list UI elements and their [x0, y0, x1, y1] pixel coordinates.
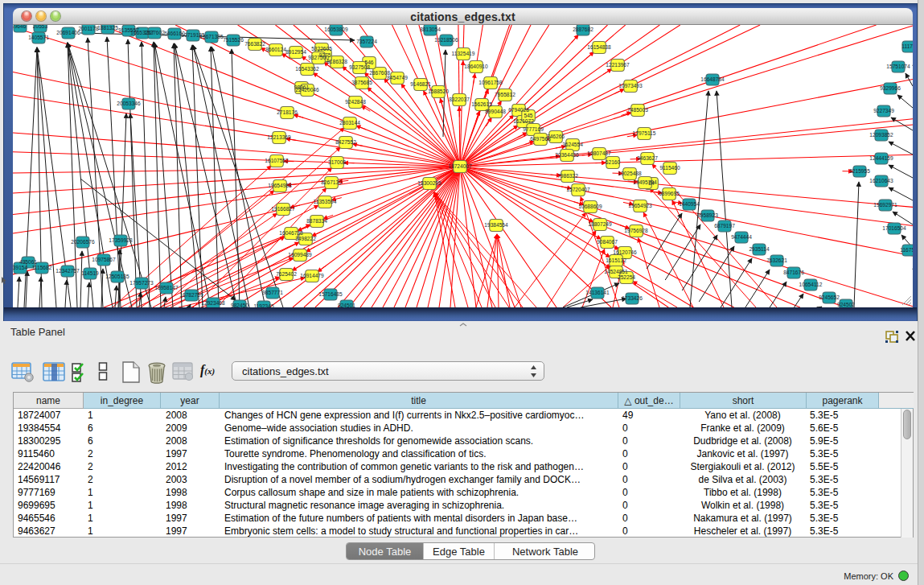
svg-text:20364436: 20364436	[555, 152, 579, 158]
svg-text:12213369: 12213369	[267, 134, 291, 140]
svg-text:1621072: 1621072	[513, 118, 534, 124]
svg-text:6899695: 6899695	[659, 191, 680, 196]
svg-text:16782759: 16782759	[179, 292, 203, 298]
svg-text:8186328: 8186328	[326, 59, 347, 64]
svg-text:16053809: 16053809	[324, 27, 348, 32]
svg-text:9115460: 9115460	[659, 165, 680, 171]
svg-text:1405571: 1405571	[28, 35, 49, 40]
svg-text:22420046: 22420046	[295, 87, 319, 93]
svg-text:9474444: 9474444	[731, 234, 752, 240]
svg-text:9327508: 9327508	[349, 64, 370, 70]
svg-text:12093852: 12093852	[869, 132, 893, 138]
svg-text:1192345: 1192345	[253, 303, 274, 307]
svg-text:10807487: 10807487	[587, 150, 611, 156]
svg-text:19166827: 19166827	[271, 206, 295, 212]
svg-text:20053346: 20053346	[117, 101, 141, 106]
svg-text:2718176: 2718176	[277, 109, 298, 115]
svg-text:19495794: 19495794	[633, 179, 657, 185]
svg-text:8427552: 8427552	[335, 139, 356, 145]
svg-text:19692971: 19692971	[873, 202, 897, 208]
svg-text:17016504: 17016504	[882, 225, 906, 231]
svg-text:9646: 9646	[14, 25, 27, 29]
svg-text:8471676: 8471676	[783, 270, 804, 275]
svg-text:8912954: 8912954	[285, 49, 306, 55]
svg-text:116753: 116753	[900, 247, 913, 253]
svg-text:1562615: 1562615	[471, 101, 492, 107]
svg-text:12923468: 12923468	[201, 300, 225, 306]
svg-text:3875685: 3875685	[351, 80, 372, 85]
svg-text:545: 545	[524, 113, 532, 118]
svg-text:20691406: 20691406	[56, 30, 80, 35]
svg-text:8660124: 8660124	[265, 47, 286, 52]
svg-text:8990448: 8990448	[485, 109, 506, 114]
svg-text:18807249: 18807249	[588, 221, 612, 227]
svg-text:16543362: 16543362	[295, 66, 319, 72]
svg-text:7663822: 7663822	[244, 41, 265, 47]
svg-text:252254: 252254	[618, 274, 635, 280]
svg-text:8267130: 8267130	[321, 179, 342, 185]
svg-text:7485003: 7485003	[627, 107, 648, 113]
svg-text:3624554: 3624554	[562, 142, 583, 147]
svg-text:20206576: 20206576	[71, 239, 95, 245]
svg-text:8958923: 8958923	[697, 212, 718, 218]
svg-text:18300295: 18300295	[417, 180, 441, 186]
svg-text:39154: 39154	[13, 265, 27, 270]
svg-text:1115682: 1115682	[32, 265, 52, 270]
svg-text:11325419: 11325419	[452, 51, 475, 56]
svg-text:2001178: 2001178	[78, 26, 99, 31]
svg-text:18640910: 18640910	[464, 64, 488, 69]
svg-text:16154838: 16154838	[587, 44, 611, 50]
svg-text:16099489: 16099489	[288, 252, 312, 257]
svg-text:10961758: 10961758	[478, 80, 503, 85]
svg-text:435061: 435061	[19, 259, 37, 265]
svg-text:10025488: 10025488	[618, 171, 642, 176]
svg-text:12342757: 12342757	[55, 268, 80, 274]
svg-text:924502: 924502	[837, 302, 855, 307]
svg-text:7357224: 7357224	[356, 39, 377, 44]
svg-text:6879197: 6879197	[714, 223, 735, 229]
svg-text:12213967: 12213967	[606, 62, 630, 68]
svg-text:2887682: 2887682	[573, 27, 593, 32]
svg-text:8322037: 8322037	[449, 97, 470, 102]
svg-text:7515526: 7515526	[223, 37, 244, 43]
svg-text:20553: 20553	[33, 25, 48, 29]
svg-text:12444159: 12444159	[869, 155, 893, 161]
svg-text:16648784: 16648784	[700, 76, 725, 82]
svg-text:2803144: 2803144	[339, 120, 360, 126]
svg-text:2867608: 2867608	[369, 70, 390, 76]
svg-text:11353594: 11353594	[314, 199, 337, 204]
svg-text:9463627: 9463627	[637, 155, 658, 161]
svg-text:16120746: 16120746	[613, 249, 637, 255]
svg-text:1440954: 1440954	[679, 201, 700, 207]
svg-text:16958147: 16958147	[154, 285, 179, 290]
svg-text:16046738: 16046738	[279, 230, 303, 236]
svg-text:17975115: 17975115	[633, 130, 656, 136]
svg-text:19218506: 19218506	[434, 37, 458, 43]
svg-text:15751074: 15751074	[886, 64, 910, 69]
svg-text:19756928: 19756928	[624, 228, 648, 233]
svg-text:16914479: 16914479	[300, 273, 324, 278]
svg-text:16210643: 16210643	[869, 178, 893, 183]
svg-text:19654923: 19654923	[628, 203, 652, 208]
svg-text:5322605: 5322605	[311, 46, 332, 51]
svg-text:9327500: 9327500	[308, 55, 329, 60]
svg-text:15720407: 15720407	[566, 187, 590, 192]
svg-text:982450: 982450	[231, 303, 248, 307]
svg-text:1527602: 1527602	[144, 30, 165, 35]
svg-text:16107552: 16107552	[265, 158, 289, 163]
svg-text:9242848: 9242848	[345, 99, 366, 105]
svg-text:62160: 62160	[606, 159, 621, 165]
svg-text:14136141: 14136141	[585, 290, 610, 295]
svg-text:114519: 114519	[81, 270, 99, 276]
svg-text:11173: 11173	[901, 43, 913, 49]
svg-text:1733426: 1733426	[622, 295, 643, 301]
svg-text:1615132: 1615132	[606, 257, 626, 263]
svg-text:17957273: 17957273	[129, 280, 154, 286]
svg-text:9857771: 9857771	[262, 290, 283, 295]
svg-text:8454749: 8454749	[387, 75, 408, 80]
svg-text:8878334: 8878334	[306, 218, 327, 224]
svg-text:9329966: 9329966	[880, 85, 901, 91]
svg-text:17359928: 17359928	[109, 237, 133, 243]
svg-text:19384554: 19384554	[484, 222, 508, 228]
svg-text:3498222: 3498222	[295, 236, 316, 241]
